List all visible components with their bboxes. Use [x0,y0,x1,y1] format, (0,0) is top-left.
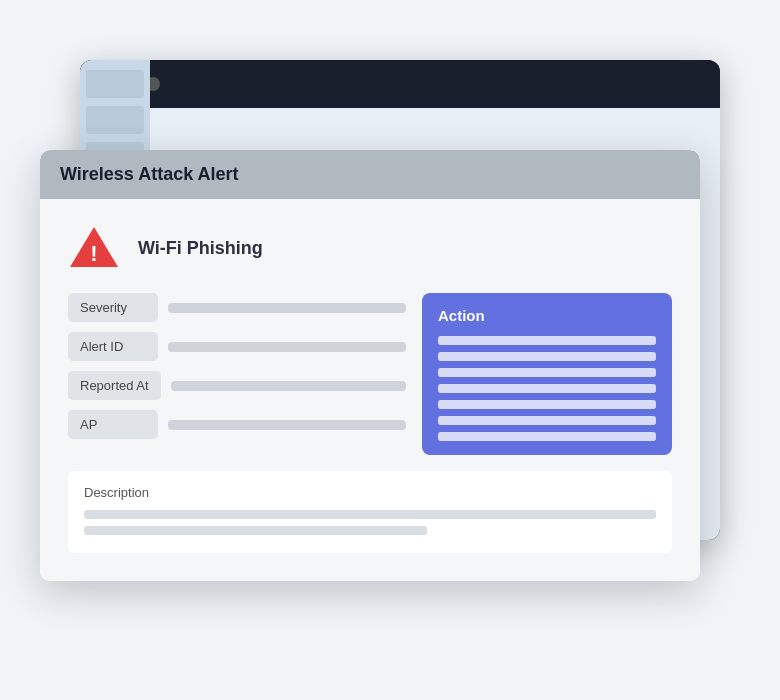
action-panel: Action [422,293,672,455]
action-header: Action [438,307,656,324]
field-label-reported-at: Reported At [68,371,161,400]
alert-header: ! Wi-Fi Phishing [68,223,672,273]
browser-titlebar [80,60,720,108]
modal-window: Wireless Attack Alert ! Wi-Fi Phishing S… [40,150,700,581]
field-value-alert-id [168,342,406,352]
field-value-ap [168,420,406,430]
field-label-severity: Severity [68,293,158,322]
left-col: Severity Alert ID Reported At AP [68,293,406,455]
action-line [438,400,656,409]
desc-line [84,526,427,535]
action-line [438,416,656,425]
action-lines [438,336,656,441]
modal-title: Wireless Attack Alert [60,164,680,185]
scene: Wireless Attack Alert ! Wi-Fi Phishing S… [40,60,740,640]
modal-titlebar: Wireless Attack Alert [40,150,700,199]
description-section: Description [68,471,672,553]
action-line [438,368,656,377]
field-row-alert-id: Alert ID [68,332,406,361]
field-label-alert-id: Alert ID [68,332,158,361]
field-label-ap: AP [68,410,158,439]
two-col-layout: Severity Alert ID Reported At AP [68,293,672,455]
action-line [438,384,656,393]
description-label: Description [84,485,656,500]
field-row-reported-at: Reported At [68,371,406,400]
sidebar-strip [86,70,144,98]
right-col: Action [422,293,672,455]
field-value-severity [168,303,406,313]
action-line [438,336,656,345]
warning-icon: ! [68,223,120,273]
desc-line [84,510,656,519]
description-lines [84,510,656,535]
modal-body: ! Wi-Fi Phishing Severity Alert ID [40,199,700,581]
svg-text:!: ! [90,241,97,266]
field-row-ap: AP [68,410,406,439]
field-value-reported-at [171,381,406,391]
sidebar-strip [86,106,144,134]
alert-type: Wi-Fi Phishing [138,238,263,259]
action-line [438,352,656,361]
field-row-severity: Severity [68,293,406,322]
action-line [438,432,656,441]
